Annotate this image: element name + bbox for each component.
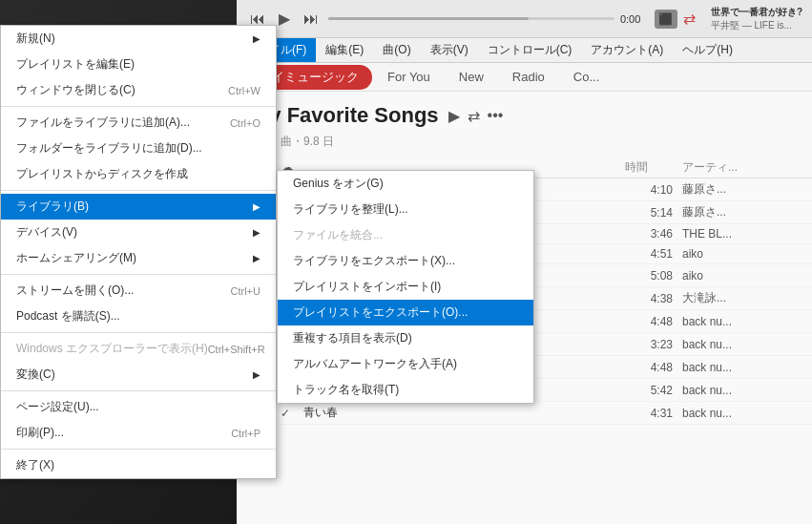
menu-item-quit[interactable]: 終了(X) xyxy=(1,452,276,478)
menu-separator xyxy=(1,274,276,275)
menu-separator xyxy=(1,390,276,391)
play-button[interactable]: ▶ xyxy=(275,8,294,30)
menu-label: 重複する項目を表示(D) xyxy=(293,330,412,346)
menu-item-add-folder[interactable]: フォルダーをライブラリに追加(D)... xyxy=(1,136,276,161)
progress-fill xyxy=(328,17,529,20)
song-title: 世界で一番君が好き? xyxy=(711,6,802,19)
row-artist: back nu... xyxy=(682,407,797,420)
library-menu-item-genius-on[interactable]: Genius をオン(G) xyxy=(278,171,533,197)
menu-item-edit-playlist[interactable]: プレイリストを編集(E) xyxy=(1,52,276,77)
menu-item-close-window[interactable]: ウィンドウを閉じる(C) Ctrl+W xyxy=(1,77,276,103)
tab-radio[interactable]: Radio xyxy=(499,66,558,88)
menu-item-print[interactable]: 印刷(P)... Ctrl+P xyxy=(1,420,276,446)
row-time: 4:48 xyxy=(625,315,682,328)
menu-label: プレイリストからディスクを作成 xyxy=(16,166,188,182)
menu-label: 変換(C) xyxy=(16,367,55,383)
tab-connect[interactable]: Co... xyxy=(560,66,613,88)
toolbar: ⏮ ▶ ⏭ 0:00 ⬛ ⇄ 世界で一番君が好き? 平井堅 — LIFE is.… xyxy=(237,0,812,38)
menu-label: ファイルをライブラリに追加(A)... xyxy=(16,115,190,131)
library-submenu-items: Genius をオン(G)ライブラリを整理(L)...ファイルを統合...ライブ… xyxy=(278,171,533,403)
library-menu-item-get-artwork[interactable]: アルバムアートワークを入手(A) xyxy=(278,351,533,377)
shuffle-playlist-button[interactable]: ⇄ xyxy=(468,107,480,125)
more-options-button[interactable]: ••• xyxy=(488,107,504,124)
menu-label: ライブラリを整理(L)... xyxy=(293,201,408,218)
row-artist: back nu... xyxy=(682,384,797,397)
menu-label: Windows エクスプローラーで表示(H) xyxy=(16,341,208,357)
menu-label: プレイリストをエクスポート(O)... xyxy=(293,304,468,321)
menu-item-account[interactable]: アカウント(A) xyxy=(581,38,673,62)
submenu-arrow: ▶ xyxy=(253,201,260,212)
menu-item-add-file[interactable]: ファイルをライブラリに追加(A)... Ctrl+O xyxy=(1,110,276,136)
menu-item-song[interactable]: 曲(O) xyxy=(373,38,420,62)
menu-label: トラック名を取得(T) xyxy=(293,382,399,398)
menu-item-edit[interactable]: 編集(E) xyxy=(316,38,373,62)
tab-new[interactable]: New xyxy=(446,66,497,88)
row-artist: back nu... xyxy=(682,361,797,374)
shortcut: Ctrl+O xyxy=(230,117,260,129)
menu-item-library[interactable]: ライブラリ(B) ▶ xyxy=(1,194,276,220)
song-info-toolbar: 世界で一番君が好き? 平井堅 — LIFE is... xyxy=(711,6,802,32)
menu-separator xyxy=(1,106,276,107)
menu-item-new[interactable]: 新規(N) ▶ xyxy=(1,26,276,52)
row-artist: back nu... xyxy=(682,315,797,328)
next-button[interactable]: ⏭ xyxy=(300,9,323,30)
submenu-arrow: ▶ xyxy=(253,253,260,263)
menubar: ファイル(F) 編集(E) 曲(O) 表示(V) コントロール(C) アカウント… xyxy=(237,38,812,63)
library-menu-item-get-track-names[interactable]: トラック名を取得(T) xyxy=(278,377,533,403)
menu-label: ライブラリ(B) xyxy=(16,199,89,215)
table-row[interactable]: 14 ✓ 青い春 4:31 back nu... xyxy=(237,402,812,425)
menu-label: プレイリストを編集(E) xyxy=(16,56,135,73)
menu-label: ホームシェアリング(M) xyxy=(16,250,136,266)
menu-separator xyxy=(1,449,276,450)
menu-item-convert[interactable]: 変換(C) ▶ xyxy=(1,362,276,388)
row-artist: 藤原さ... xyxy=(682,204,797,220)
menu-label: ファイルを統合... xyxy=(293,227,383,243)
menu-label: ウィンドウを閉じる(C) xyxy=(16,82,135,98)
file-menu-dropdown: 新規(N) ▶ プレイリストを編集(E) ウィンドウを閉じる(C) Ctrl+W… xyxy=(0,25,277,479)
row-time: 4:48 xyxy=(625,361,682,374)
menu-item-open-stream[interactable]: ストリームを開く(O)... Ctrl+U xyxy=(1,278,276,304)
menu-item-podcast[interactable]: Podcast を購読(S)... xyxy=(1,304,276,329)
shortcut: Ctrl+Shift+R xyxy=(208,344,265,355)
tab-for-you[interactable]: For You xyxy=(374,66,444,88)
row-time: 5:42 xyxy=(625,384,682,397)
row-time: 5:08 xyxy=(625,269,682,283)
menu-label: ストリームを開く(O)... xyxy=(16,283,134,299)
row-check: ✓ xyxy=(281,407,303,420)
progress-bar[interactable] xyxy=(328,17,614,20)
airplay-button[interactable]: ⬛ xyxy=(655,10,677,29)
song-artist: 平井堅 — LIFE is... xyxy=(711,19,802,32)
submenu-arrow: ▶ xyxy=(253,33,260,44)
library-submenu: Genius をオン(G)ライブラリを整理(L)...ファイルを統合...ライブ… xyxy=(277,170,534,404)
menu-item-devices[interactable]: デバイス(V) ▶ xyxy=(1,220,276,245)
row-time: 5:14 xyxy=(625,206,682,220)
menu-item-page-setup[interactable]: ページ設定(U)... xyxy=(1,394,276,420)
menu-label: Genius をオン(G) xyxy=(293,176,384,192)
row-artist: 藤原さ... xyxy=(682,181,797,198)
menu-label: ライブラリをエクスポート(X)... xyxy=(293,253,455,269)
library-menu-item-show-duplicates[interactable]: 重複する項目を表示(D) xyxy=(278,325,533,351)
menu-item-burn-disc[interactable]: プレイリストからディスクを作成 xyxy=(1,161,276,187)
time-display: 0:00 xyxy=(620,13,649,25)
playlist-header: My Favorite Songs ▶ ⇄ ••• xyxy=(237,92,812,132)
menu-item-view[interactable]: 表示(V) xyxy=(421,38,478,62)
play-playlist-button[interactable]: ▶ xyxy=(448,107,460,125)
menu-item-windows-explorer: Windows エクスプローラーで表示(H) Ctrl+Shift+R xyxy=(1,336,276,362)
library-menu-item-organize-library[interactable]: ライブラリを整理(L)... xyxy=(278,197,533,222)
file-menu-items: 新規(N) ▶ プレイリストを編集(E) ウィンドウを閉じる(C) Ctrl+W… xyxy=(1,26,276,478)
menu-item-controls[interactable]: コントロール(C) xyxy=(478,38,582,62)
library-menu-item-export-library[interactable]: ライブラリをエクスポート(X)... xyxy=(278,248,533,274)
menu-label: Podcast を購読(S)... xyxy=(16,308,120,325)
menu-separator xyxy=(1,332,276,333)
row-artist: 大滝詠... xyxy=(682,290,797,306)
library-menu-item-export-playlist[interactable]: プレイリストをエクスポート(O)... xyxy=(278,300,533,325)
library-menu-item-consolidate: ファイルを統合... xyxy=(278,222,533,248)
col-artist-label: アーティ... xyxy=(682,159,797,176)
library-menu-item-import-playlist[interactable]: プレイリストをインポート(I) xyxy=(278,274,533,300)
shortcut: Ctrl+U xyxy=(231,285,260,297)
menu-item-help[interactable]: ヘルプ(H) xyxy=(673,38,742,62)
menu-item-home-sharing[interactable]: ホームシェアリング(M) ▶ xyxy=(1,245,276,271)
submenu-arrow: ▶ xyxy=(253,369,260,380)
row-artist: back nu... xyxy=(682,338,797,351)
row-artist: THE BL... xyxy=(682,227,797,241)
